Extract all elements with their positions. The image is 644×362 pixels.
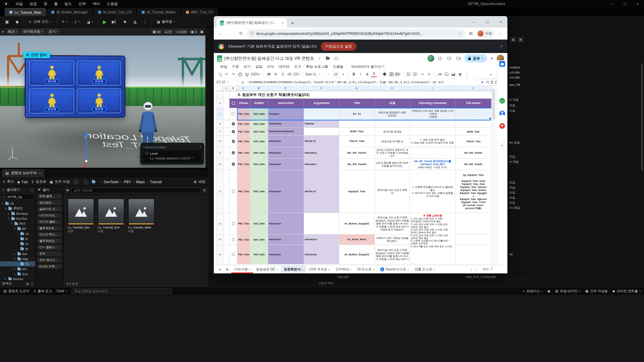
cell-a[interactable] [224, 128, 230, 136]
cell-a[interactable] [224, 213, 230, 235]
cell-a[interactable] [224, 159, 230, 170]
vertical-align-icon[interactable] [413, 73, 417, 76]
details-fragment[interactable]: 편집 [509, 109, 515, 113]
cell-comment[interactable]: 캐릭터는 아래 장비 착용 상태로 시작 - 안전모 - 안전화 [410, 108, 455, 120]
show-button[interactable]: 표시▾ [47, 29, 60, 35]
cell-filename[interactable] [455, 245, 492, 264]
formula-input[interactable]: =IFERROR(IFERROR(IFERROR(vlookup(G7,'Sou… [247, 80, 474, 85]
merge-cells-icon[interactable] [395, 73, 399, 76]
row-checkbox[interactable] [232, 140, 235, 143]
asset-tile[interactable]: Lv_Tutorial_Env 레벨 [98, 199, 124, 233]
sheet-row[interactable]: 9 P00_Tuto G00_Safe EnvironmentSound BGM… [217, 128, 492, 136]
insert-comment-icon[interactable] [445, 73, 448, 75]
cell-instruction[interactable]: Interactor [268, 235, 304, 245]
sheet-row[interactable]: 8 P00_Tuto G00_Safe Transition Fade/In - [217, 120, 492, 128]
ue-doc-tab[interactable]: Lv_Tutorial_Main [5, 8, 46, 16]
row-number[interactable]: 6 [217, 99, 224, 108]
cmd-selector[interactable]: Cmd▾ [57, 289, 67, 293]
ue-menu-item[interactable]: 액터 [89, 1, 103, 6]
document-title[interactable]: [부산항만연수원] 밀폐공간 사고 대응 VR 콘텐츠 [225, 56, 314, 61]
row-checkbox[interactable] [232, 238, 235, 241]
ue-menu-item[interactable]: 파일 [12, 1, 26, 6]
tree-item[interactable]: ▾ 콘텐츠 [0, 206, 35, 211]
column-header[interactable]: J [455, 86, 491, 91]
tree-item[interactable]: W [0, 246, 35, 251]
fab-button[interactable]: ◆Fab [17, 180, 28, 184]
currency-format-icon[interactable]: ₩ [266, 71, 272, 77]
frame-skip-button[interactable]: ▶▏ [111, 18, 118, 25]
presence-avatar[interactable] [428, 55, 434, 62]
caret-icon[interactable]: ▾ [13, 258, 16, 260]
cell-phase[interactable]: P00_Tuto [237, 120, 250, 128]
content-drawer-button[interactable]: ▤콘텐츠 드로어 [3, 289, 29, 294]
path-search-box[interactable] [1, 194, 34, 200]
horizontal-align-icon[interactable] [406, 73, 410, 76]
cinematics-button[interactable]: ◪▾ [85, 19, 95, 24]
safety-equipment-panel[interactable]: 안전 장비 방진복 [25, 55, 126, 118]
all-sheets-icon[interactable]: ≡ [224, 267, 231, 272]
row-number[interactable]: 10 [217, 136, 224, 147]
caret-icon[interactable]: ▸ [13, 268, 16, 270]
set-default-button[interactable]: 기본값으로 설정 [321, 42, 356, 51]
count-indicator[interactable]: 개수: 7 [482, 267, 493, 272]
row-checkbox[interactable] [232, 112, 235, 115]
addons-icon[interactable]: + [499, 143, 505, 148]
ue-menu-item[interactable]: 빌드 [61, 1, 75, 6]
blueprints-button[interactable]: ƒ▾ [72, 19, 82, 24]
outliner-row-label[interactable]: SkyLight [484, 275, 496, 278]
increase-font-icon[interactable]: + [340, 71, 346, 77]
cell-title[interactable]: IA_Button_Equip02 [339, 245, 375, 264]
cell-gather[interactable]: G00_Safe [250, 235, 268, 245]
select-all-corner[interactable] [216, 86, 223, 91]
cell-title[interactable]: TitleUI_Tuto [339, 136, 375, 147]
cell-content[interactable]: 튜토리얼 환경(항구 뒷편 정면부) [375, 108, 410, 120]
browser-tab[interactable]: [부산항만연수원] 밀폐공간 사... × [216, 18, 287, 28]
cell-checkbox[interactable] [230, 147, 237, 159]
snap-control[interactable]: ∠5° [163, 30, 174, 34]
sheet-tab[interactable]: 이슈사항 ▾ [231, 265, 253, 273]
tree-item[interactable]: ▾ DevTea [0, 216, 35, 221]
filter-chip[interactable]: 블루프린트... [37, 226, 62, 231]
chrome-menu-icon[interactable]: ⋮ [496, 29, 505, 38]
view-mode-button[interactable]: 라이팅포함▾ [21, 29, 45, 35]
row-checkbox[interactable] [232, 130, 235, 133]
menu-item[interactable]: 도구 [292, 64, 304, 69]
content-browser-tab[interactable]: ▤ 콘텐츠 브라우저 × [2, 169, 44, 177]
profile-chip[interactable]: 직장 [477, 29, 495, 38]
bold-icon[interactable]: B [351, 71, 357, 77]
cell-title[interactable]: BGM_Tuto [339, 128, 375, 136]
undo-icon[interactable]: ↶ [224, 71, 230, 77]
close-icon[interactable]: × [631, 2, 644, 6]
site-info-icon[interactable]: ⓘ [250, 31, 254, 36]
details-fragment[interactable]: 편집 [509, 186, 515, 190]
menu-item[interactable]: 서식 [265, 64, 277, 69]
menu-item[interactable]: 보기 [241, 64, 253, 69]
search-icon[interactable] [31, 189, 33, 191]
column-header[interactable]: G [339, 86, 375, 91]
row-checkbox[interactable] [232, 163, 235, 166]
cell-filename[interactable]: - [455, 108, 492, 120]
cell-comment[interactable]: 1. 오른쪽 컨트롤러 레이저 UI 활성화 필요 2. 레이저가 UI의 장비… [410, 170, 455, 213]
cell-title[interactable]: EquipUI_Tuto [339, 170, 375, 213]
tasks-icon[interactable] [499, 98, 505, 104]
ue-menu-item[interactable]: 창 [40, 1, 51, 6]
row-checkbox[interactable] [232, 222, 235, 225]
cell-content[interactable]: - [375, 120, 410, 128]
cell-gather[interactable]: G00_Safe [250, 159, 268, 170]
caret-icon[interactable]: ▾ [7, 217, 10, 220]
sheet-tab[interactable]: 표준화문서 ▾ [281, 265, 306, 273]
select-mode-button[interactable]: ↖선택 모드▾ [27, 19, 54, 25]
borders-icon[interactable] [390, 72, 393, 76]
cell-a[interactable] [224, 170, 230, 213]
cell-instruction[interactable]: Interactor [268, 147, 304, 159]
scrollbar[interactable] [641, 63, 643, 170]
details-fragment[interactable]: onCollis [509, 71, 520, 74]
cell-checkbox[interactable] [230, 108, 237, 120]
cell-checkbox[interactable] [230, 159, 237, 170]
cell-content[interactable]: 캐릭터가 장비 착용된 모습을 확인한다. [375, 235, 410, 245]
save-all-button[interactable]: ▣모두 저장 [50, 179, 70, 184]
details-fragment[interactable]: onMana [509, 66, 520, 69]
cell-filename[interactable] [455, 213, 492, 235]
sheet-tab[interactable]: 연출 리스트 ▾ [411, 265, 438, 273]
gemini-icon[interactable]: ✦ [490, 56, 494, 61]
